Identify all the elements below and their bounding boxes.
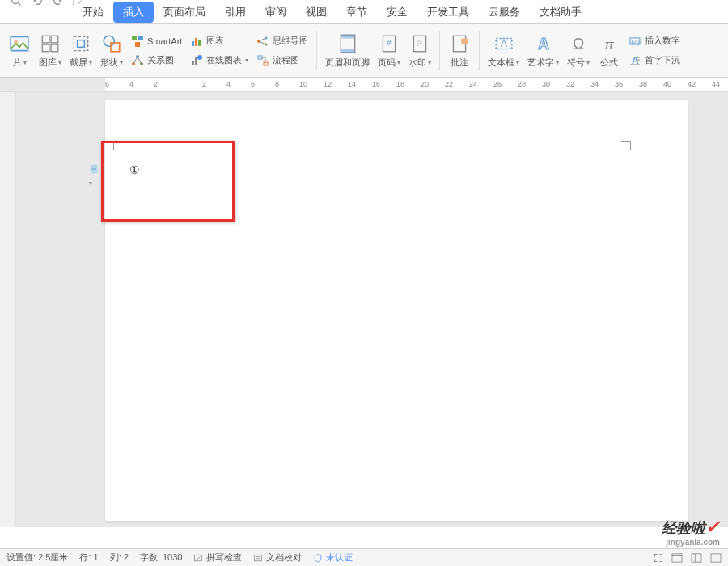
status-row[interactable]: 行: 1 xyxy=(79,551,98,564)
highlight-annotation xyxy=(101,141,235,222)
tab-section[interactable]: 章节 xyxy=(336,0,377,24)
tab-reference[interactable]: 引用 xyxy=(215,0,256,24)
svg-rect-60 xyxy=(672,553,682,561)
tab-insert[interactable]: 插入 xyxy=(113,2,154,23)
tab-dev[interactable]: 开发工具 xyxy=(417,0,479,24)
svg-rect-9 xyxy=(78,40,85,48)
tab-cloud[interactable]: 云服务 xyxy=(479,0,530,24)
svg-rect-5 xyxy=(51,36,58,43)
mindmap-button[interactable]: 思维导图 xyxy=(253,32,311,50)
svg-line-29 xyxy=(259,38,266,41)
tab-view[interactable]: 视图 xyxy=(296,0,336,24)
svg-text:π: π xyxy=(605,36,615,53)
dropcap-icon: A xyxy=(629,54,641,67)
svg-rect-23 xyxy=(192,61,194,65)
paragraph-marker-icon: ▾ xyxy=(89,163,100,188)
svg-rect-31 xyxy=(258,56,262,59)
page-number-button[interactable]: # 页码▾ xyxy=(375,31,404,70)
svg-rect-13 xyxy=(138,36,143,40)
svg-rect-8 xyxy=(74,36,87,50)
brand-watermark: 经验啦✓ jingyanla.com xyxy=(662,517,720,547)
svg-rect-21 xyxy=(195,38,197,46)
status-setting[interactable]: 设置值: 2.5厘米 xyxy=(6,551,68,564)
smartart-button[interactable]: SmartArt xyxy=(128,32,185,50)
document-page[interactable]: ▾ ① xyxy=(105,100,688,521)
insert-number-button[interactable]: 123 插入数字 xyxy=(625,32,684,50)
flowchart-button[interactable]: 流程图 xyxy=(253,52,311,70)
screenshot-button[interactable]: 截屏▾ xyxy=(66,31,95,70)
watermark-icon: A xyxy=(408,32,431,55)
status-wordcount[interactable]: 字数: 1030 xyxy=(140,551,183,564)
fullscreen-icon[interactable] xyxy=(654,553,663,563)
svg-text:#: # xyxy=(387,38,392,47)
wordart-icon: A xyxy=(532,32,555,55)
symbol-icon: Ω xyxy=(567,32,590,55)
undo-icon[interactable] xyxy=(28,0,47,11)
svg-line-18 xyxy=(133,57,138,64)
view-mode-3-icon[interactable] xyxy=(710,553,722,563)
svg-rect-2 xyxy=(11,36,28,50)
shape-button[interactable]: 形状▾ xyxy=(97,31,126,70)
picture-icon xyxy=(8,32,31,55)
tab-layout[interactable]: 页面布局 xyxy=(154,0,215,24)
svg-rect-32 xyxy=(264,62,268,65)
search-icon[interactable] xyxy=(6,0,26,11)
tab-security[interactable]: 安全 xyxy=(377,0,417,24)
symbol-button[interactable]: Ω 符号▾ xyxy=(564,31,593,70)
horizontal-ruler[interactable]: 6422468101214161820222426283032343638404… xyxy=(0,78,728,92)
svg-rect-12 xyxy=(132,36,137,40)
svg-rect-24 xyxy=(195,57,197,65)
svg-line-30 xyxy=(259,41,266,44)
view-mode-2-icon[interactable] xyxy=(691,553,702,563)
comment-icon xyxy=(448,32,471,55)
smartart-icon xyxy=(131,35,144,48)
svg-line-1 xyxy=(19,3,21,6)
status-uncertified[interactable]: 未认证 xyxy=(313,551,353,564)
header-footer-button[interactable]: 页眉和页脚 xyxy=(322,31,373,70)
svg-rect-35 xyxy=(341,49,354,53)
redo-icon[interactable] xyxy=(49,0,68,11)
watermark-button[interactable]: A 水印▾ xyxy=(405,31,434,70)
page-number-icon: # xyxy=(378,32,400,55)
svg-rect-11 xyxy=(111,43,120,52)
docproof-icon xyxy=(253,553,263,563)
status-bar: 设置值: 2.5厘米 行: 1 列: 2 字数: 1030 拼写检查 文档校对 … xyxy=(0,548,728,566)
svg-rect-20 xyxy=(192,41,194,46)
wordart-button[interactable]: A 艺术字▾ xyxy=(524,31,562,70)
qat-dropdown-icon[interactable]: ▽ xyxy=(77,0,82,5)
svg-rect-41 xyxy=(462,39,469,44)
menu-tabs: ▽ 开始 插入 页面布局 引用 审阅 视图 章节 安全 开发工具 云服务 文档助… xyxy=(0,0,728,24)
textbox-button[interactable]: A 文本框▾ xyxy=(485,31,523,70)
gallery-button[interactable]: 图库▾ xyxy=(36,31,65,70)
status-col[interactable]: 列: 2 xyxy=(110,551,129,564)
gallery-icon xyxy=(39,32,61,55)
svg-rect-64 xyxy=(711,553,721,561)
svg-text:A: A xyxy=(538,35,549,53)
chart-button[interactable]: 图表 xyxy=(187,32,252,50)
number-icon: 123 xyxy=(629,35,641,48)
online-chart-button[interactable]: 在线图表▾ xyxy=(187,52,252,70)
picture-button[interactable]: 片▾ xyxy=(5,31,34,70)
comment-button[interactable]: 批注 xyxy=(445,31,474,70)
status-spellcheck[interactable]: 拼写检查 xyxy=(193,551,242,564)
spellcheck-icon xyxy=(193,553,203,563)
equation-icon: π xyxy=(598,32,620,55)
tab-dochelper[interactable]: 文档助手 xyxy=(530,0,591,24)
margin-corner-tr xyxy=(621,141,631,150)
dropcap-button[interactable]: A 首字下沉 xyxy=(625,52,684,70)
screenshot-icon xyxy=(70,32,92,55)
flowchart-icon xyxy=(256,54,269,67)
status-docproof[interactable]: 文档校对 xyxy=(253,551,302,564)
svg-text:123: 123 xyxy=(631,39,641,44)
relation-icon xyxy=(131,54,144,67)
svg-point-25 xyxy=(197,55,202,60)
relation-chart-button[interactable]: 关系图 xyxy=(128,52,185,70)
view-mode-1-icon[interactable] xyxy=(671,553,683,563)
svg-line-19 xyxy=(138,57,142,64)
mindmap-icon xyxy=(256,35,269,48)
tab-review[interactable]: 审阅 xyxy=(256,0,296,24)
vertical-ruler[interactable] xyxy=(0,92,16,527)
chart-icon xyxy=(190,35,203,48)
svg-rect-14 xyxy=(135,42,140,47)
equation-button[interactable]: π 公式 xyxy=(595,31,624,70)
